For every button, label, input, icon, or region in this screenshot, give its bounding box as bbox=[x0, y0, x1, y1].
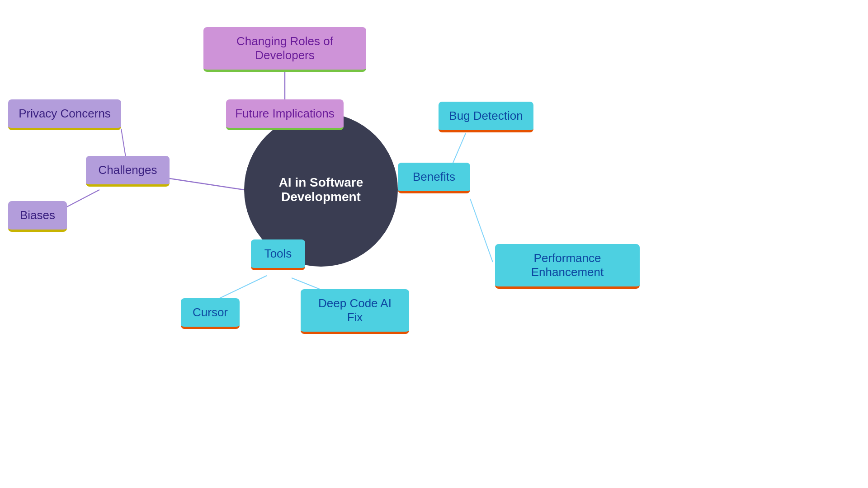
node-benefits[interactable]: Benefits bbox=[398, 163, 470, 193]
future-implications-label: Future Implications bbox=[235, 107, 335, 121]
performance-label: Performance Enhancement bbox=[504, 251, 631, 279]
deep-code-label: Deep Code AI Fix bbox=[310, 296, 400, 324]
changing-roles-label: Changing Roles of Developers bbox=[212, 34, 357, 62]
biases-label: Biases bbox=[20, 208, 55, 222]
node-privacy-concerns[interactable]: Privacy Concerns bbox=[8, 99, 121, 130]
svg-line-2 bbox=[170, 178, 244, 190]
node-changing-roles[interactable]: Changing Roles of Developers bbox=[203, 27, 366, 72]
svg-line-7 bbox=[470, 199, 493, 262]
node-deep-code[interactable]: Deep Code AI Fix bbox=[301, 289, 409, 334]
bug-detection-label: Bug Detection bbox=[449, 109, 523, 123]
center-label: AI in Software Development bbox=[244, 175, 398, 204]
node-future-implications[interactable]: Future Implications bbox=[226, 99, 344, 130]
node-performance-enhancement[interactable]: Performance Enhancement bbox=[495, 244, 640, 289]
node-bug-detection[interactable]: Bug Detection bbox=[439, 102, 533, 132]
node-biases[interactable]: Biases bbox=[8, 201, 67, 232]
node-tools[interactable]: Tools bbox=[251, 239, 305, 270]
node-cursor[interactable]: Cursor bbox=[181, 298, 240, 329]
tools-label: Tools bbox=[264, 247, 292, 261]
node-challenges[interactable]: Challenges bbox=[86, 156, 170, 187]
privacy-concerns-label: Privacy Concerns bbox=[19, 107, 111, 121]
cursor-label: Cursor bbox=[193, 305, 228, 319]
svg-line-6 bbox=[452, 133, 466, 165]
challenges-label: Challenges bbox=[98, 163, 157, 177]
benefits-label: Benefits bbox=[413, 170, 455, 184]
